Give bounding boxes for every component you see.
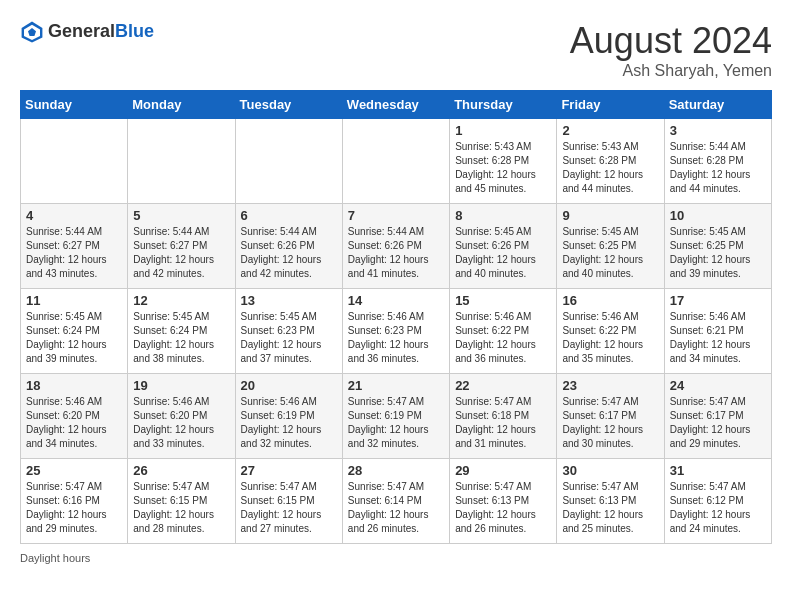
table-row: 8Sunrise: 5:45 AM Sunset: 6:26 PM Daylig…: [450, 204, 557, 289]
calendar-table: Sunday Monday Tuesday Wednesday Thursday…: [20, 90, 772, 544]
table-row: 28Sunrise: 5:47 AM Sunset: 6:14 PM Dayli…: [342, 459, 449, 544]
day-number: 7: [348, 208, 444, 223]
day-number: 11: [26, 293, 122, 308]
day-info: Sunrise: 5:46 AM Sunset: 6:20 PM Dayligh…: [133, 395, 229, 451]
month-year-title: August 2024: [570, 20, 772, 62]
table-row: 20Sunrise: 5:46 AM Sunset: 6:19 PM Dayli…: [235, 374, 342, 459]
calendar-header: Sunday Monday Tuesday Wednesday Thursday…: [21, 91, 772, 119]
day-number: 17: [670, 293, 766, 308]
page-header: GeneralBlue August 2024 Ash Sharyah, Yem…: [20, 20, 772, 80]
table-row: 24Sunrise: 5:47 AM Sunset: 6:17 PM Dayli…: [664, 374, 771, 459]
day-info: Sunrise: 5:47 AM Sunset: 6:15 PM Dayligh…: [133, 480, 229, 536]
day-number: 31: [670, 463, 766, 478]
table-row: 21Sunrise: 5:47 AM Sunset: 6:19 PM Dayli…: [342, 374, 449, 459]
location-title: Ash Sharyah, Yemen: [570, 62, 772, 80]
day-info: Sunrise: 5:45 AM Sunset: 6:26 PM Dayligh…: [455, 225, 551, 281]
day-number: 1: [455, 123, 551, 138]
table-row: 15Sunrise: 5:46 AM Sunset: 6:22 PM Dayli…: [450, 289, 557, 374]
day-number: 9: [562, 208, 658, 223]
day-info: Sunrise: 5:45 AM Sunset: 6:23 PM Dayligh…: [241, 310, 337, 366]
table-row: 3Sunrise: 5:44 AM Sunset: 6:28 PM Daylig…: [664, 119, 771, 204]
calendar-week-row: 18Sunrise: 5:46 AM Sunset: 6:20 PM Dayli…: [21, 374, 772, 459]
day-info: Sunrise: 5:47 AM Sunset: 6:12 PM Dayligh…: [670, 480, 766, 536]
col-tuesday: Tuesday: [235, 91, 342, 119]
daylight-label: Daylight hours: [20, 552, 90, 564]
day-info: Sunrise: 5:45 AM Sunset: 6:25 PM Dayligh…: [670, 225, 766, 281]
table-row: 6Sunrise: 5:44 AM Sunset: 6:26 PM Daylig…: [235, 204, 342, 289]
day-info: Sunrise: 5:46 AM Sunset: 6:22 PM Dayligh…: [562, 310, 658, 366]
day-number: 10: [670, 208, 766, 223]
day-info: Sunrise: 5:44 AM Sunset: 6:26 PM Dayligh…: [241, 225, 337, 281]
day-number: 26: [133, 463, 229, 478]
table-row: [128, 119, 235, 204]
calendar-week-row: 11Sunrise: 5:45 AM Sunset: 6:24 PM Dayli…: [21, 289, 772, 374]
day-number: 25: [26, 463, 122, 478]
title-block: August 2024 Ash Sharyah, Yemen: [570, 20, 772, 80]
day-info: Sunrise: 5:47 AM Sunset: 6:13 PM Dayligh…: [562, 480, 658, 536]
header-row: Sunday Monday Tuesday Wednesday Thursday…: [21, 91, 772, 119]
col-sunday: Sunday: [21, 91, 128, 119]
day-number: 5: [133, 208, 229, 223]
day-info: Sunrise: 5:44 AM Sunset: 6:26 PM Dayligh…: [348, 225, 444, 281]
logo-general: General: [48, 21, 115, 41]
day-info: Sunrise: 5:47 AM Sunset: 6:18 PM Dayligh…: [455, 395, 551, 451]
table-row: [342, 119, 449, 204]
table-row: 4Sunrise: 5:44 AM Sunset: 6:27 PM Daylig…: [21, 204, 128, 289]
col-thursday: Thursday: [450, 91, 557, 119]
table-row: 5Sunrise: 5:44 AM Sunset: 6:27 PM Daylig…: [128, 204, 235, 289]
day-info: Sunrise: 5:44 AM Sunset: 6:27 PM Dayligh…: [26, 225, 122, 281]
table-row: 11Sunrise: 5:45 AM Sunset: 6:24 PM Dayli…: [21, 289, 128, 374]
table-row: 7Sunrise: 5:44 AM Sunset: 6:26 PM Daylig…: [342, 204, 449, 289]
table-row: 19Sunrise: 5:46 AM Sunset: 6:20 PM Dayli…: [128, 374, 235, 459]
day-number: 28: [348, 463, 444, 478]
day-info: Sunrise: 5:47 AM Sunset: 6:14 PM Dayligh…: [348, 480, 444, 536]
day-info: Sunrise: 5:47 AM Sunset: 6:17 PM Dayligh…: [562, 395, 658, 451]
day-info: Sunrise: 5:47 AM Sunset: 6:15 PM Dayligh…: [241, 480, 337, 536]
day-number: 14: [348, 293, 444, 308]
table-row: 14Sunrise: 5:46 AM Sunset: 6:23 PM Dayli…: [342, 289, 449, 374]
day-info: Sunrise: 5:46 AM Sunset: 6:19 PM Dayligh…: [241, 395, 337, 451]
day-info: Sunrise: 5:43 AM Sunset: 6:28 PM Dayligh…: [562, 140, 658, 196]
table-row: 16Sunrise: 5:46 AM Sunset: 6:22 PM Dayli…: [557, 289, 664, 374]
day-info: Sunrise: 5:47 AM Sunset: 6:19 PM Dayligh…: [348, 395, 444, 451]
table-row: 13Sunrise: 5:45 AM Sunset: 6:23 PM Dayli…: [235, 289, 342, 374]
day-number: 30: [562, 463, 658, 478]
day-number: 13: [241, 293, 337, 308]
table-row: 31Sunrise: 5:47 AM Sunset: 6:12 PM Dayli…: [664, 459, 771, 544]
day-info: Sunrise: 5:46 AM Sunset: 6:22 PM Dayligh…: [455, 310, 551, 366]
logo: GeneralBlue: [20, 20, 154, 44]
calendar-week-row: 1Sunrise: 5:43 AM Sunset: 6:28 PM Daylig…: [21, 119, 772, 204]
day-number: 20: [241, 378, 337, 393]
day-number: 24: [670, 378, 766, 393]
table-row: 9Sunrise: 5:45 AM Sunset: 6:25 PM Daylig…: [557, 204, 664, 289]
day-number: 2: [562, 123, 658, 138]
day-number: 22: [455, 378, 551, 393]
table-row: 1Sunrise: 5:43 AM Sunset: 6:28 PM Daylig…: [450, 119, 557, 204]
table-row: 2Sunrise: 5:43 AM Sunset: 6:28 PM Daylig…: [557, 119, 664, 204]
day-info: Sunrise: 5:43 AM Sunset: 6:28 PM Dayligh…: [455, 140, 551, 196]
logo-icon: [20, 20, 44, 44]
table-row: [235, 119, 342, 204]
day-number: 18: [26, 378, 122, 393]
day-info: Sunrise: 5:44 AM Sunset: 6:27 PM Dayligh…: [133, 225, 229, 281]
day-info: Sunrise: 5:45 AM Sunset: 6:24 PM Dayligh…: [26, 310, 122, 366]
day-number: 29: [455, 463, 551, 478]
day-number: 16: [562, 293, 658, 308]
logo-blue-text: Blue: [115, 21, 154, 41]
table-row: 18Sunrise: 5:46 AM Sunset: 6:20 PM Dayli…: [21, 374, 128, 459]
day-number: 21: [348, 378, 444, 393]
day-info: Sunrise: 5:46 AM Sunset: 6:21 PM Dayligh…: [670, 310, 766, 366]
day-number: 6: [241, 208, 337, 223]
day-info: Sunrise: 5:47 AM Sunset: 6:16 PM Dayligh…: [26, 480, 122, 536]
table-row: 26Sunrise: 5:47 AM Sunset: 6:15 PM Dayli…: [128, 459, 235, 544]
table-row: 29Sunrise: 5:47 AM Sunset: 6:13 PM Dayli…: [450, 459, 557, 544]
table-row: 12Sunrise: 5:45 AM Sunset: 6:24 PM Dayli…: [128, 289, 235, 374]
table-row: 23Sunrise: 5:47 AM Sunset: 6:17 PM Dayli…: [557, 374, 664, 459]
day-info: Sunrise: 5:46 AM Sunset: 6:23 PM Dayligh…: [348, 310, 444, 366]
col-wednesday: Wednesday: [342, 91, 449, 119]
day-info: Sunrise: 5:46 AM Sunset: 6:20 PM Dayligh…: [26, 395, 122, 451]
col-monday: Monday: [128, 91, 235, 119]
table-row: 25Sunrise: 5:47 AM Sunset: 6:16 PM Dayli…: [21, 459, 128, 544]
calendar-body: 1Sunrise: 5:43 AM Sunset: 6:28 PM Daylig…: [21, 119, 772, 544]
calendar-week-row: 25Sunrise: 5:47 AM Sunset: 6:16 PM Dayli…: [21, 459, 772, 544]
